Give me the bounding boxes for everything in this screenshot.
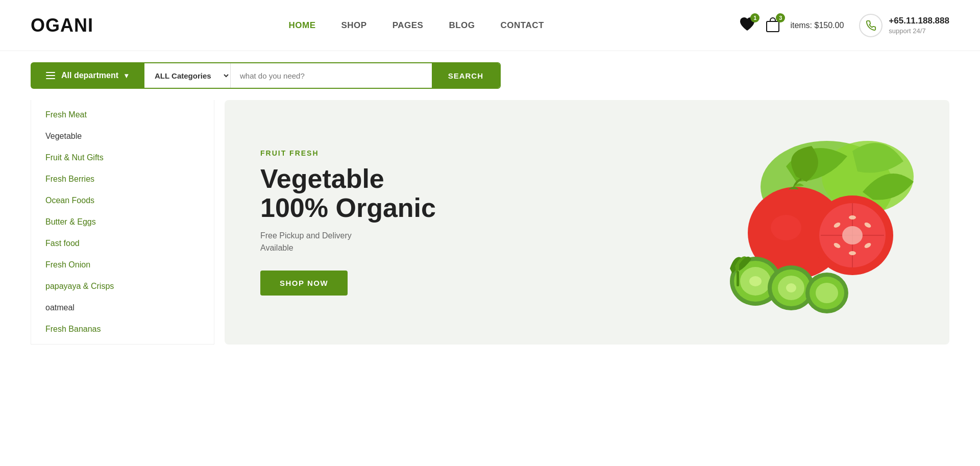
- nav-shop[interactable]: SHOP: [341, 20, 367, 31]
- svg-point-4: [771, 215, 801, 240]
- svg-point-17: [749, 276, 762, 286]
- header-right: 1 3 items: $150.00 +65.11.188.888 suppo: [739, 14, 949, 37]
- sidebar: Fresh Meat Vegetable Fruit & Nut Gifts F…: [31, 100, 214, 345]
- shop-now-button[interactable]: SHOP NOW: [260, 271, 348, 296]
- svg-rect-0: [767, 21, 779, 32]
- svg-point-7: [842, 226, 863, 244]
- main-nav: HOME SHOP PAGES BLOG CONTACT: [289, 20, 544, 31]
- support-label: support 24/7: [889, 27, 949, 36]
- icon-group: 1 3 items: $150.00: [739, 16, 844, 35]
- svg-rect-25: [737, 271, 739, 286]
- hero-banner: FRUIT FRESH Vegetable 100% Organic Free …: [225, 100, 949, 345]
- sidebar-item-fresh-meat[interactable]: Fresh Meat: [31, 104, 214, 126]
- svg-point-21: [786, 283, 796, 292]
- all-dept-label: All department: [61, 71, 118, 80]
- hamburger-icon: [46, 72, 55, 79]
- hero-image: [653, 126, 919, 320]
- sidebar-item-papayaya[interactable]: papayaya & Crisps: [31, 276, 214, 297]
- search-row: All department ▾ ALL Categories Fresh Me…: [0, 51, 980, 100]
- cart-badge: 3: [776, 13, 785, 22]
- support-phone: +65.11.188.888: [889, 15, 949, 27]
- phone-icon: [859, 14, 883, 37]
- wishlist-icon-wrap[interactable]: 1: [739, 16, 755, 35]
- sidebar-list: Fresh Meat Vegetable Fruit & Nut Gifts F…: [31, 100, 214, 344]
- hero-title: Vegetable 100% Organic: [260, 164, 436, 223]
- wishlist-badge: 1: [750, 13, 760, 22]
- category-select[interactable]: ALL Categories Fresh Meat Vegetable Frui…: [144, 63, 231, 88]
- hero-text: FRUIT FRESH Vegetable 100% Organic Free …: [260, 149, 436, 296]
- sidebar-item-fresh-onion[interactable]: Fresh Onion: [31, 254, 214, 276]
- nav-contact[interactable]: CONTACT: [501, 20, 544, 31]
- svg-point-12: [849, 215, 856, 219]
- sidebar-item-fruit-nut[interactable]: Fruit & Nut Gifts: [31, 147, 214, 168]
- search-input[interactable]: [231, 63, 432, 88]
- sidebar-item-oatmeal[interactable]: oatmeal: [31, 297, 214, 318]
- nav-pages[interactable]: PAGES: [393, 20, 424, 31]
- svg-point-24: [816, 283, 838, 303]
- cart-text: items: $150.00: [790, 21, 844, 30]
- sidebar-item-fresh-berries[interactable]: Fresh Berries: [31, 168, 214, 190]
- sidebar-item-ocean-foods[interactable]: Ocean Foods: [31, 190, 214, 211]
- sidebar-item-fresh-bananas[interactable]: Fresh Bananas: [31, 318, 214, 340]
- hero-description: Free Pickup and Delivery Available: [260, 230, 436, 254]
- logo: OGANI: [31, 15, 93, 36]
- sidebar-item-vegetable[interactable]: Vegetable: [31, 126, 214, 147]
- chevron-down-icon: ▾: [125, 71, 128, 80]
- search-box: ALL Categories Fresh Meat Vegetable Frui…: [143, 62, 501, 89]
- search-button[interactable]: SEARCH: [432, 63, 500, 88]
- sidebar-item-butter-eggs[interactable]: Butter & Eggs: [31, 211, 214, 233]
- svg-point-13: [849, 251, 856, 255]
- vegetable-illustration: [653, 126, 919, 320]
- hero-sub-label: FRUIT FRESH: [260, 149, 436, 157]
- header: OGANI HOME SHOP PAGES BLOG CONTACT 1 3: [0, 0, 980, 51]
- support-section: +65.11.188.888 support 24/7: [859, 14, 949, 37]
- nav-blog[interactable]: BLOG: [449, 20, 475, 31]
- main-content: Fresh Meat Vegetable Fruit & Nut Gifts F…: [0, 100, 980, 345]
- all-department-button[interactable]: All department ▾: [31, 62, 143, 89]
- nav-home[interactable]: HOME: [289, 20, 316, 31]
- support-info: +65.11.188.888 support 24/7: [889, 15, 949, 36]
- sidebar-item-fast-food[interactable]: Fast food: [31, 233, 214, 254]
- cart-icon-wrap[interactable]: 3: [765, 16, 781, 35]
